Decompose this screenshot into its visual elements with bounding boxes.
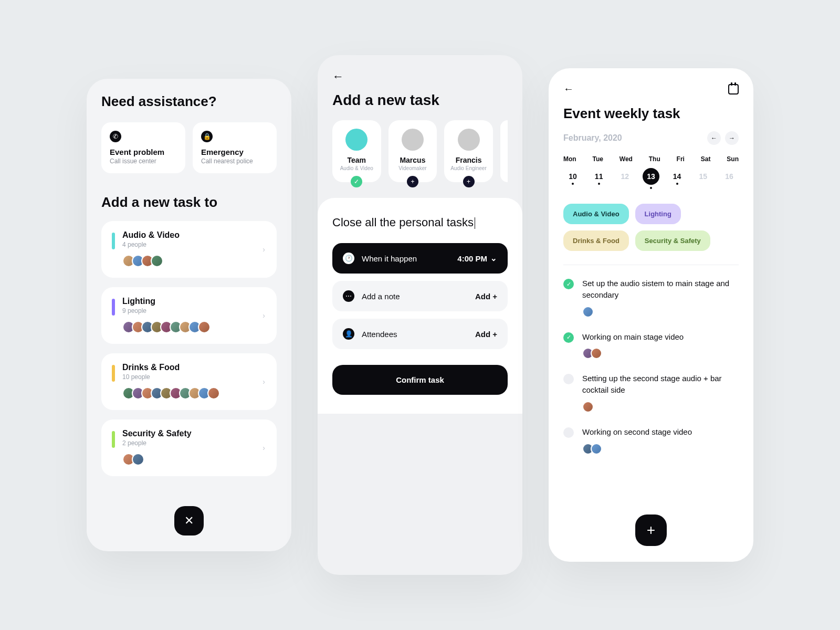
help-sub: Call issue center [110, 158, 177, 165]
task-avatars [582, 348, 684, 359]
screen-weekly-task: ← Event weekly task February, 2020 ← → M… [549, 68, 753, 562]
weekly-title: Event weekly task [563, 106, 739, 122]
task-avatars [582, 443, 692, 455]
assignee-row: Team Audio & Video ✓ Marcus Videomaker +… [332, 120, 508, 182]
assignee-team[interactable]: Team Audio & Video ✓ [332, 120, 381, 182]
check-done-icon[interactable]: ✓ [563, 332, 574, 343]
chevron-right-icon: › [262, 377, 265, 386]
chevron-right-icon: › [262, 444, 265, 452]
lock-icon: 🔒 [201, 131, 213, 142]
when-value: 4:00 PM [457, 254, 487, 263]
avatar [458, 129, 480, 151]
help-event-problem[interactable]: ✆ Event problem Call issue center [101, 122, 185, 173]
phone-icon: ✆ [110, 131, 121, 142]
category-name: Security & Safety [122, 429, 192, 438]
day-15[interactable]: 15 [694, 172, 712, 185]
task-title-input[interactable]: Close all the personal tasks [332, 216, 508, 229]
day-14[interactable]: 14 [668, 172, 687, 185]
task-item[interactable]: ✓Set up the audio sistem to main stage a… [563, 278, 739, 318]
weekday: Wed [620, 155, 633, 163]
day-10[interactable]: 10 [563, 172, 582, 185]
attendees-row[interactable]: 👤 Attendees Add + [332, 319, 508, 349]
check-empty-icon[interactable] [563, 374, 574, 384]
task-text: Working on main stage video [582, 331, 684, 343]
task-avatars [582, 401, 739, 413]
check-done-icon[interactable]: ✓ [563, 279, 574, 289]
attendees-action[interactable]: Add + [475, 330, 497, 339]
task-item[interactable]: Setting up the second stage audio + bar … [563, 373, 739, 413]
assignee-name: Francis [444, 156, 493, 164]
category-lighting[interactable]: Lighting 9 people › [101, 287, 277, 344]
color-tab [112, 431, 115, 448]
category-name: Drinks & Food [122, 363, 220, 372]
avatar [582, 306, 594, 318]
category-audio-video[interactable]: Audio & Video 4 people › [101, 221, 277, 278]
avatar [591, 443, 602, 455]
screen-assistance: Need assistance? ✆ Event problem Call is… [87, 79, 291, 551]
day-16[interactable]: 16 [720, 172, 739, 185]
chip-drinks-food[interactable]: Drinks & Food [563, 230, 629, 251]
divider [563, 265, 739, 265]
task-item[interactable]: ✓Working on main stage video [563, 331, 739, 360]
task-text: Working on second stage video [582, 426, 692, 438]
assignee-role: Audio & Video [332, 165, 381, 172]
assignee-more[interactable] [500, 120, 508, 182]
day-11[interactable]: 11 [590, 172, 608, 185]
weekday: Tue [593, 155, 603, 163]
close-button[interactable]: ✕ [174, 506, 204, 536]
check-empty-icon[interactable] [563, 427, 574, 438]
task-item[interactable]: Working on second stage video [563, 426, 739, 455]
plus-icon[interactable]: + [463, 176, 475, 187]
help-sub: Call nearest police [201, 158, 268, 165]
task-avatars [582, 306, 739, 318]
chevron-right-icon: › [262, 311, 265, 320]
chevron-right-icon: › [262, 245, 265, 254]
assignee-name: Team [332, 156, 381, 164]
note-icon: ⋯ [343, 290, 354, 302]
category-drinks-food[interactable]: Drinks & Food 10 people › [101, 353, 277, 410]
add-button[interactable]: + [635, 514, 667, 546]
category-name: Lighting [122, 297, 211, 306]
chip-audio-video[interactable]: Audio & Video [563, 204, 629, 224]
weekday: Fri [677, 155, 685, 163]
category-people: 2 people [122, 439, 192, 447]
confirm-task-button[interactable]: Confirm task [332, 365, 508, 395]
color-tab [112, 365, 115, 382]
assignee-name: Marcus [388, 156, 437, 164]
team-avatar [345, 129, 368, 151]
avatar [582, 401, 594, 413]
when-label: When it happen [362, 254, 450, 263]
note-row[interactable]: ⋯ Add a note Add + [332, 281, 508, 311]
prev-month-button[interactable]: ← [707, 131, 721, 145]
chip-row: Audio & Video Lighting Drinks & Food Sec… [563, 204, 739, 251]
chip-lighting[interactable]: Lighting [635, 204, 681, 224]
back-button[interactable]: ← [332, 70, 508, 83]
assignee-marcus[interactable]: Marcus Videomaker + [388, 120, 437, 182]
color-tab [112, 299, 115, 316]
help-emergency[interactable]: 🔒 Emergency Call nearest police [193, 122, 277, 173]
when-row[interactable]: 🕐 When it happen 4:00 PM⌄ [332, 243, 508, 274]
add-task-title: Add a new task to [101, 194, 277, 211]
check-icon: ✓ [351, 176, 362, 187]
category-people: 10 people [122, 373, 220, 381]
day-12[interactable]: 12 [615, 172, 634, 185]
chip-security[interactable]: Security & Safety [635, 230, 710, 251]
next-month-button[interactable]: → [725, 131, 739, 145]
category-people: 9 people [122, 307, 211, 314]
category-security[interactable]: Security & Safety 2 people › [101, 419, 277, 476]
assignee-role: Videomaker [388, 165, 437, 172]
assignee-francis[interactable]: Francis Audio Engineer + [444, 120, 493, 182]
weekday: Sun [727, 155, 739, 163]
avatars [122, 387, 220, 400]
task-sheet: Close all the personal tasks 🕐 When it h… [318, 198, 522, 414]
task-text: Set up the audio sistem to main stage an… [582, 278, 739, 301]
weekday: Thu [649, 155, 660, 163]
calendar-icon[interactable] [728, 84, 739, 94]
back-button[interactable]: ← [563, 83, 574, 95]
color-tab [112, 233, 115, 249]
clock-icon: 🕐 [343, 253, 354, 264]
day-13[interactable]: 13 [642, 168, 660, 189]
plus-icon[interactable]: + [407, 176, 418, 187]
add-task-heading: Add a new task [332, 92, 508, 109]
note-action[interactable]: Add + [475, 292, 497, 301]
